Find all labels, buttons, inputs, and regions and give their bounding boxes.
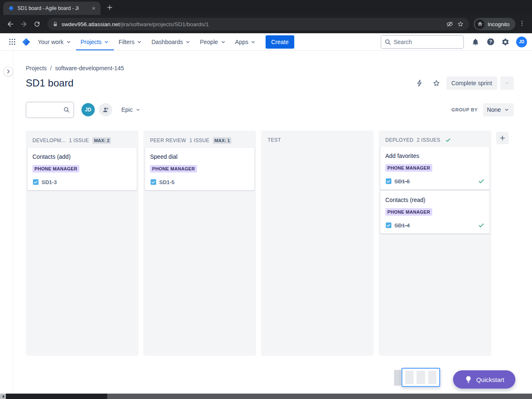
issue-key: SD1-3 [42,179,57,185]
column-issue-count: 1 ISSUE [69,138,89,143]
create-button[interactable]: Create [266,35,294,49]
url-host: swdev956.atlassian.net [62,21,120,27]
breadcrumb: Projects / software-development-145 [26,65,514,71]
notifications-bell-icon[interactable] [469,35,482,49]
sidebar-divider [13,51,13,393]
user-avatar[interactable]: JD [516,37,527,47]
favorite-star-icon[interactable] [430,76,443,90]
automation-bolt-icon[interactable] [413,76,426,90]
tab-title: SD1 board - Agile board - Ji [17,5,87,11]
url-path: /jira/software/projects/SD1/boards/1 [120,21,209,27]
breadcrumb-project-name[interactable]: software-development-145 [55,65,124,71]
complete-sprint-button[interactable]: Complete sprint [446,76,497,90]
board-column-deployed: DEPLOYED 2 ISSUES Add favorites PHONE MA… [379,131,491,356]
issue-card[interactable]: Contacts (add) PHONE MANAGER SD1-3 [27,148,137,190]
browser-menu-icon[interactable] [516,20,528,28]
board-column-peer-review: PEER REVIEW 1 ISSUE MAX: 1 Speed dial PH… [143,131,256,356]
back-button[interactable] [4,18,17,30]
column-issue-count: 2 ISSUES [417,137,440,143]
url-bar[interactable]: swdev956.atlassian.net/jira/software/pro… [47,18,469,30]
epic-filter-dropdown[interactable]: Epic [121,106,141,113]
board-filter-input[interactable] [30,106,63,113]
task-type-icon [150,179,157,185]
issue-card[interactable]: Contacts (read) PHONE MANAGER SD1-4 [380,191,490,234]
nav-item-filters[interactable]: Filters [114,33,147,50]
jira-navbar: Your work Projects Filters Dashboards Pe… [0,33,532,51]
nav-item-dashboards[interactable]: Dashboards [147,33,195,50]
quickstart-button[interactable]: Quickstart [453,370,515,389]
lightbulb-icon [464,375,473,384]
scroll-left-arrow[interactable] [0,394,6,399]
nav-item-apps[interactable]: Apps [231,33,261,50]
jira-logo[interactable] [22,37,31,47]
issue-card[interactable]: Add favorites PHONE MANAGER SD1-6 [380,147,490,190]
epic-label-badge: PHONE MANAGER [150,165,197,172]
chevron-down-icon [250,39,256,45]
tab-close-icon[interactable]: × [90,5,97,12]
quickstart-label: Quickstart [476,376,505,383]
column-name: TEST [268,137,281,143]
plus-icon [499,134,506,142]
issue-key: SD1-4 [394,222,410,229]
issue-summary: Contacts (read) [385,196,485,204]
epic-filter-label: Epic [121,106,133,113]
skeleton-bar [416,371,425,384]
chevron-down-icon [66,39,71,45]
nav-item-your-work[interactable]: Your work [33,33,76,50]
group-by-label: GROUP BY [451,107,478,112]
nav-item-projects[interactable]: Projects [76,33,114,50]
group-by-dropdown[interactable]: None [483,103,514,116]
issue-summary: Speed dial [150,153,249,161]
issue-summary: Add favorites [385,152,485,160]
chevron-down-icon [136,39,142,45]
incognito-label: Incognito [488,21,510,27]
column-header: PEER REVIEW 1 ISSUE MAX: 1 [143,131,256,148]
nav-item-label: Filters [118,39,134,45]
new-tab-button[interactable] [104,2,116,13]
chevron-down-icon [185,39,191,45]
scrollbar-thumb[interactable] [107,394,532,399]
bookmark-star-icon[interactable] [457,20,464,28]
nav-item-people[interactable]: People [195,33,231,50]
add-column-button[interactable] [496,132,509,144]
column-issue-count: 1 ISSUE [190,138,209,143]
refresh-button[interactable] [31,18,43,30]
add-people-button[interactable] [99,103,112,116]
breadcrumb-projects[interactable]: Projects [26,65,47,71]
board-filter-search[interactable] [26,102,74,118]
jira-favicon-icon [8,5,14,11]
browser-toolbar: swdev956.atlassian.net/jira/software/pro… [0,15,532,33]
nav-item-label: People [200,39,218,45]
task-type-icon [385,222,392,229]
browser-tab[interactable]: SD1 board - Agile board - Ji × [3,2,101,15]
task-type-icon [32,179,39,185]
global-search[interactable] [381,35,464,49]
board-more-button[interactable] [500,76,514,90]
global-search-input[interactable] [394,39,460,45]
incognito-icon [475,20,485,29]
lock-icon [52,21,58,27]
skeleton-bar [405,371,414,384]
chevron-down-icon [103,39,109,45]
settings-gear-icon[interactable] [499,35,512,49]
app-switcher-icon[interactable] [5,38,19,45]
issue-card[interactable]: Speed dial PHONE MANAGER SD1-5 [145,148,254,190]
sidebar-expand-button[interactable] [3,66,13,76]
help-icon[interactable]: ? [484,35,497,49]
assignee-avatar[interactable]: JD [81,103,95,116]
breadcrumb-separator: / [50,65,52,71]
column-max-badge: MAX: 1 [213,137,232,144]
horizontal-scrollbar[interactable] [0,394,532,399]
browser-tab-strip: SD1 board - Agile board - Ji × [0,0,532,15]
nav-item-label: Projects [81,39,102,45]
eye-off-icon[interactable] [446,20,453,28]
forward-button[interactable] [17,18,30,30]
issue-key: SD1-6 [394,178,410,185]
nav-item-label: Your work [38,39,64,45]
column-name: DEVELOPM... [32,138,66,143]
epic-label-badge: PHONE MANAGER [385,164,432,172]
column-max-badge: MAX: 2 [92,137,111,144]
column-header: DEVELOPM... 1 ISSUE MAX: 2 [26,131,138,148]
column-done-check-icon [445,137,451,143]
chevron-down-icon [504,107,510,113]
